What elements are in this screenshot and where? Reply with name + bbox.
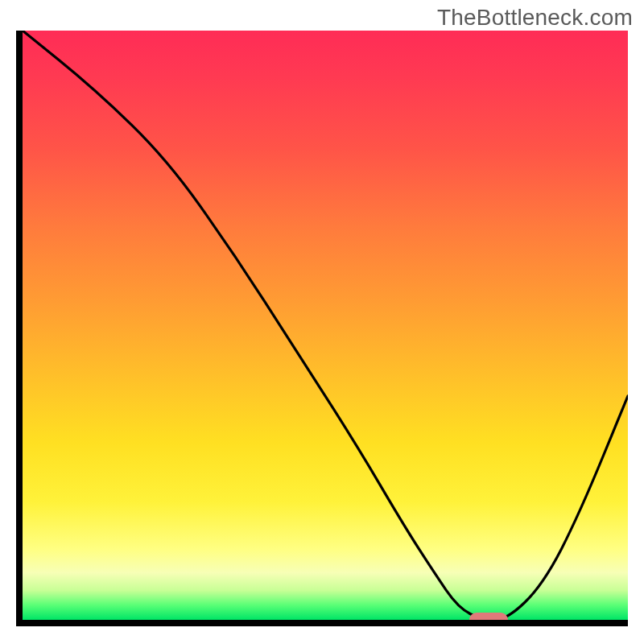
plot-area xyxy=(16,31,628,626)
bottleneck-curve-path xyxy=(23,31,628,620)
bottleneck-chart: TheBottleneck.com xyxy=(0,0,644,644)
optimal-point-marker xyxy=(469,613,508,626)
curve-layer xyxy=(23,31,628,620)
watermark-label: TheBottleneck.com xyxy=(437,5,633,31)
